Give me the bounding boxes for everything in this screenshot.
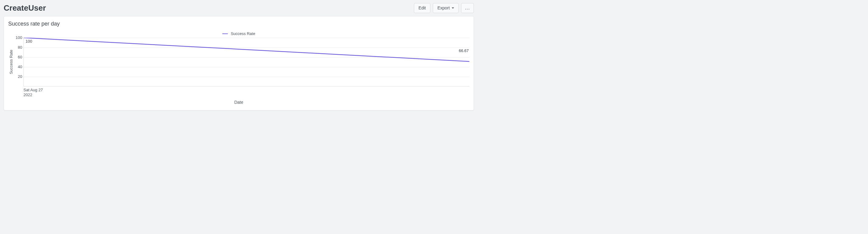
ytick: 20 — [18, 74, 22, 79]
ytick: 100 — [16, 35, 22, 40]
page-title: CreateUser — [4, 3, 46, 13]
edit-button-label: Edit — [418, 5, 426, 11]
ytick: 80 — [18, 45, 22, 49]
legend-label: Success Rate — [231, 31, 255, 36]
chart-inner: Success Rate 20406080100 100 66.67 — [8, 38, 469, 87]
xtick: Sat Aug 272022 — [24, 88, 43, 98]
yaxis-label: Success Rate — [9, 50, 13, 74]
ytick: 40 — [18, 65, 22, 69]
chart-wrap: Success Rate Success Rate 20406080100 10… — [8, 31, 469, 105]
legend-swatch — [222, 33, 228, 34]
export-button[interactable]: Export — [433, 3, 458, 13]
edit-button[interactable]: Edit — [414, 3, 430, 13]
chevron-down-icon — [452, 7, 454, 9]
header-actions: Edit Export ... — [414, 3, 474, 13]
chart-legend: Success Rate — [8, 31, 469, 36]
chart-plot: 100 66.67 — [24, 38, 469, 87]
export-button-label: Export — [437, 5, 450, 11]
xaxis-ticks: Sat Aug 272022 — [24, 88, 469, 99]
yaxis-ticks: 20406080100 — [14, 38, 24, 87]
more-icon: ... — [465, 5, 470, 10]
ytick: 60 — [18, 55, 22, 59]
card-title: Success rate per day — [8, 21, 469, 27]
yaxis-label-wrap: Success Rate — [8, 38, 14, 87]
page-header: CreateUser Edit Export ... — [4, 3, 474, 16]
chart-card: Success rate per day Success Rate Succes… — [4, 16, 474, 110]
value-label-start: 100 — [26, 39, 32, 43]
more-button[interactable]: ... — [461, 3, 474, 13]
value-label-end: 66.67 — [459, 48, 469, 53]
